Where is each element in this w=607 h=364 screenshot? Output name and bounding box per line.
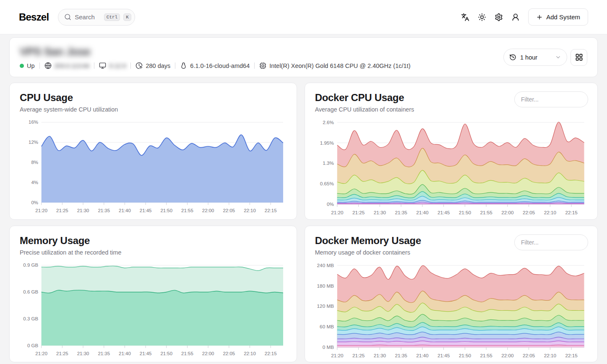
svg-text:21:30: 21:30 xyxy=(373,353,386,358)
svg-text:22:10: 22:10 xyxy=(544,210,556,215)
svg-text:21:50: 21:50 xyxy=(160,208,172,213)
svg-text:240 MB: 240 MB xyxy=(317,262,334,268)
kernel-value: 6.1.0-16-cloud-amd64 xyxy=(190,62,250,69)
svg-text:60 MB: 60 MB xyxy=(320,324,334,329)
svg-text:22:10: 22:10 xyxy=(544,353,556,358)
svg-text:21:55: 21:55 xyxy=(181,208,193,213)
app-logo: Beszel xyxy=(19,11,49,23)
time-range-select[interactable]: 1 hour xyxy=(503,49,567,66)
cpu-usage-svg: 0%4%8%12%16%21:2021:2521:3021:3521:4021:… xyxy=(20,118,287,215)
svg-text:1.95%: 1.95% xyxy=(320,140,333,146)
system-ip: 203.0.113.64 xyxy=(44,62,90,69)
svg-text:22:00: 22:00 xyxy=(202,351,214,356)
docker-cpu-usage-chart[interactable]: 0%0.65%1.3%1.95%2.6%21:2021:2521:3021:35… xyxy=(315,118,587,217)
svg-text:21:40: 21:40 xyxy=(119,208,131,213)
svg-text:21:20: 21:20 xyxy=(35,208,47,213)
cpu-usage-title: CPU Usage xyxy=(20,92,287,104)
svg-text:0.6 GB: 0.6 GB xyxy=(23,289,38,294)
svg-text:21:45: 21:45 xyxy=(438,210,450,215)
docker-memory-usage-chart[interactable]: 0 MB60 MB120 MB180 MB240 MB21:2021:2521:… xyxy=(315,261,587,360)
svg-text:21:50: 21:50 xyxy=(160,351,172,356)
divider xyxy=(39,62,40,69)
svg-text:22:15: 22:15 xyxy=(265,351,277,356)
svg-text:21:25: 21:25 xyxy=(56,208,68,213)
languages-icon xyxy=(461,13,469,21)
cpu-usage-subtitle: Average system-wide CPU utilization xyxy=(20,106,287,113)
svg-text:21:20: 21:20 xyxy=(331,353,344,358)
time-range-value: 1 hour xyxy=(520,54,551,61)
svg-text:22:10: 22:10 xyxy=(244,351,256,356)
cpu-model-value: Intel(R) Xeon(R) Gold 6148 CPU @ 2.40GHz… xyxy=(269,62,410,69)
penguin-icon xyxy=(180,62,187,69)
divider xyxy=(130,62,131,69)
search-placeholder: Search xyxy=(75,13,95,21)
search-icon xyxy=(64,13,71,21)
user-icon xyxy=(511,13,520,21)
kbd-ctrl: Ctrl xyxy=(104,13,120,21)
svg-text:22:05: 22:05 xyxy=(223,351,235,356)
memory-usage-svg: 0 GB0.3 GB0.6 GB0.9 GB21:2021:2521:3021:… xyxy=(20,261,287,358)
divider xyxy=(254,62,255,69)
divider xyxy=(175,62,175,69)
svg-text:21:50: 21:50 xyxy=(459,210,471,215)
memory-usage-subtitle: Precise utilization at the recorded time xyxy=(20,249,287,256)
memory-usage-chart[interactable]: 0 GB0.3 GB0.6 GB0.9 GB21:2021:2521:3021:… xyxy=(20,261,287,358)
add-system-button[interactable]: Add System xyxy=(528,8,588,26)
sun-icon xyxy=(478,13,486,21)
svg-text:21:25: 21:25 xyxy=(352,210,365,215)
docker-cpu-usage-card: Docker CPU Usage Average CPU utilization… xyxy=(305,83,598,220)
status-label: Up xyxy=(27,62,35,69)
uptime-value: 280 days xyxy=(146,62,170,69)
globe-icon xyxy=(44,62,52,69)
svg-text:21:40: 21:40 xyxy=(119,351,131,356)
main-content: VPS San Jose Up 203.0.113.64 xyxy=(0,34,607,364)
chart-grid: CPU Usage Average system-wide CPU utiliz… xyxy=(9,83,598,362)
svg-text:21:25: 21:25 xyxy=(352,353,365,358)
layout-toggle-button[interactable] xyxy=(571,49,587,66)
svg-text:21:35: 21:35 xyxy=(98,208,110,213)
layout-grid-icon xyxy=(575,53,583,61)
svg-text:0 MB: 0 MB xyxy=(322,344,334,350)
svg-text:12%: 12% xyxy=(29,140,38,145)
svg-text:21:55: 21:55 xyxy=(181,351,193,356)
svg-text:16%: 16% xyxy=(29,120,38,125)
svg-text:22:00: 22:00 xyxy=(202,208,214,213)
svg-text:22:05: 22:05 xyxy=(223,208,235,213)
svg-text:21:45: 21:45 xyxy=(140,208,152,213)
svg-text:1.3%: 1.3% xyxy=(323,160,334,166)
cpu-usage-chart[interactable]: 0%4%8%12%16%21:2021:2521:3021:3521:4021:… xyxy=(20,118,287,215)
svg-text:21:45: 21:45 xyxy=(140,351,152,356)
svg-text:21:40: 21:40 xyxy=(416,353,429,358)
divider xyxy=(94,62,94,69)
docker-cpu-filter-input[interactable] xyxy=(514,91,588,107)
language-button[interactable] xyxy=(457,9,474,26)
svg-text:21:55: 21:55 xyxy=(480,210,492,215)
system-name-blurred: VPS San Jose xyxy=(20,45,410,58)
svg-text:8%: 8% xyxy=(31,160,38,165)
svg-text:21:35: 21:35 xyxy=(395,353,407,358)
uptime-clock-icon xyxy=(135,62,143,69)
docker-memory-usage-svg: 0 MB60 MB120 MB180 MB240 MB21:2021:2521:… xyxy=(315,261,587,360)
system-uptime: 280 days xyxy=(135,62,170,69)
svg-text:22:00: 22:00 xyxy=(501,210,514,215)
svg-text:21:30: 21:30 xyxy=(373,210,386,215)
svg-text:120 MB: 120 MB xyxy=(317,303,334,309)
theme-toggle-button[interactable] xyxy=(474,9,490,26)
svg-text:21:40: 21:40 xyxy=(416,210,429,215)
svg-text:22:15: 22:15 xyxy=(565,210,578,215)
history-icon xyxy=(509,54,516,61)
svg-text:0.3 GB: 0.3 GB xyxy=(23,316,38,321)
cpu-chip-icon xyxy=(259,62,266,69)
svg-text:21:30: 21:30 xyxy=(77,208,89,213)
svg-text:21:25: 21:25 xyxy=(56,351,68,356)
docker-memory-filter-input[interactable] xyxy=(514,234,588,250)
system-status: Up xyxy=(20,62,35,69)
system-agent: 0.12.0 xyxy=(99,62,126,69)
svg-text:22:05: 22:05 xyxy=(523,353,535,358)
settings-button[interactable] xyxy=(490,9,507,26)
kbd-k: K xyxy=(123,13,131,21)
svg-text:2.6%: 2.6% xyxy=(323,120,334,125)
gear-icon xyxy=(495,13,503,21)
search-input[interactable]: Search Ctrl K xyxy=(58,9,135,26)
user-menu-button[interactable] xyxy=(507,9,524,26)
